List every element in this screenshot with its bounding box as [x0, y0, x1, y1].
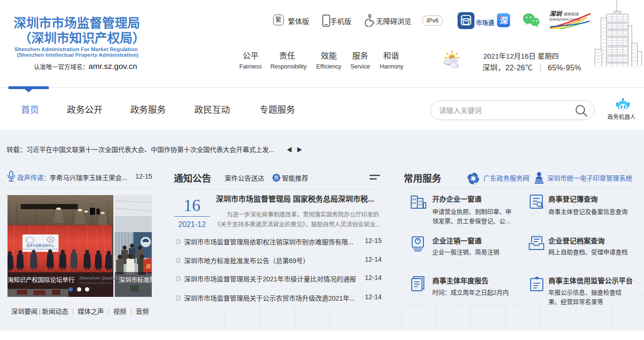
- svg-text:TECHNOLOGY AND INNOVATION SUPP: TECHNOLOGY AND INNOVATION SUPPORT CENTER: [22, 249, 58, 250]
- svg-text:荐: 荐: [274, 175, 279, 181]
- svg-text:技术与创新支持中心: 技术与创新支持中心: [27, 243, 54, 248]
- svg-text:双创在线: 双创在线: [563, 12, 579, 16]
- svg-text:海知识产权国际论坛举行: 海知识产权国际论坛举行: [7, 276, 74, 283]
- svg-text:International Intellectual: International Intellectual: [79, 281, 111, 285]
- svg-text:展: 展: [145, 264, 151, 270]
- svg-text:Shenzhen Qianhai: Shenzhen Qianhai: [79, 275, 118, 280]
- svg-text:深圳市标准院: 深圳市标准院: [119, 276, 152, 283]
- svg-text:深圳: 深圳: [549, 10, 563, 17]
